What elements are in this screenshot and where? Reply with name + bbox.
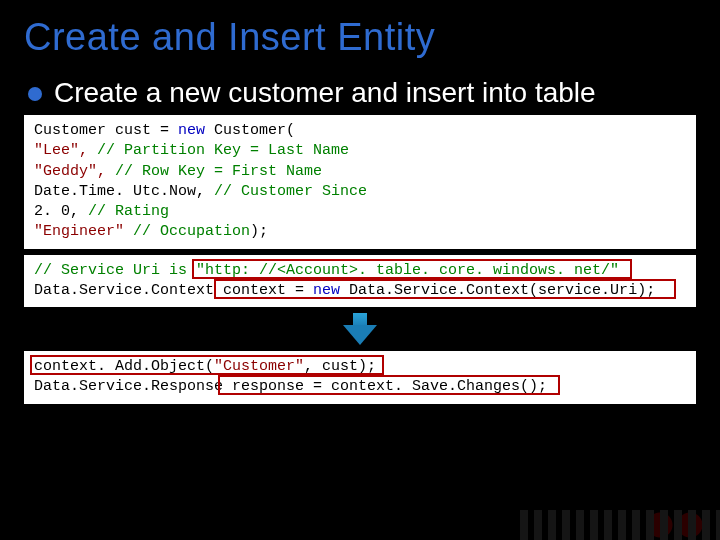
code-text: ); (250, 223, 268, 240)
code-text: Date.Time. Utc.Now, (34, 183, 205, 200)
slide-title: Create and Insert Entity (0, 0, 720, 59)
code-comment: // Customer Since (214, 183, 367, 200)
bullet-item: Create a new customer and insert into ta… (0, 59, 720, 109)
code-string: "Lee", (34, 142, 88, 159)
code-keyword: new (178, 122, 205, 139)
code-spacer (205, 183, 214, 200)
code-text: Data.Service.Context (34, 282, 214, 299)
footer-decoration (520, 510, 720, 540)
code-text: context = (214, 282, 313, 299)
code-block-3: context. Add.Object("Customer", cust); D… (24, 351, 696, 404)
code-text: context. Add.Object( (34, 358, 214, 375)
bullet-icon (28, 87, 42, 101)
code-keyword: new (313, 282, 340, 299)
code-block-2: // Service Uri is "http: //<Account>. ta… (24, 255, 696, 308)
code-spacer (88, 142, 97, 159)
code-string: "Engineer" (34, 223, 124, 240)
bullet-text: Create a new customer and insert into ta… (54, 77, 596, 109)
code-text: , cust); (304, 358, 376, 375)
code-comment: // Service Uri is (34, 262, 196, 279)
code-string: "Customer" (214, 358, 304, 375)
code-comment: // Rating (88, 203, 169, 220)
code-text: Data.Service.Context(service.Uri); (340, 282, 655, 299)
down-arrow-icon (0, 313, 720, 345)
code-text: Data.Service.Response (34, 378, 223, 395)
code-text: response = context. Save.Changes(); (223, 378, 547, 395)
code-comment: // Partition Key = Last Name (97, 142, 349, 159)
code-spacer (124, 223, 133, 240)
code-block-1: Customer cust = new Customer( "Lee", // … (24, 115, 696, 249)
code-spacer (79, 203, 88, 220)
code-string: "Geddy", (34, 163, 106, 180)
code-comment: // Occupation (133, 223, 250, 240)
code-spacer (106, 163, 115, 180)
code-uri-string: "http: //<Account>. table. core. windows… (196, 262, 619, 279)
code-text: 2. 0, (34, 203, 79, 220)
code-text: Customer cust = (34, 122, 178, 139)
code-text: Customer( (205, 122, 295, 139)
code-comment: // Row Key = First Name (115, 163, 322, 180)
